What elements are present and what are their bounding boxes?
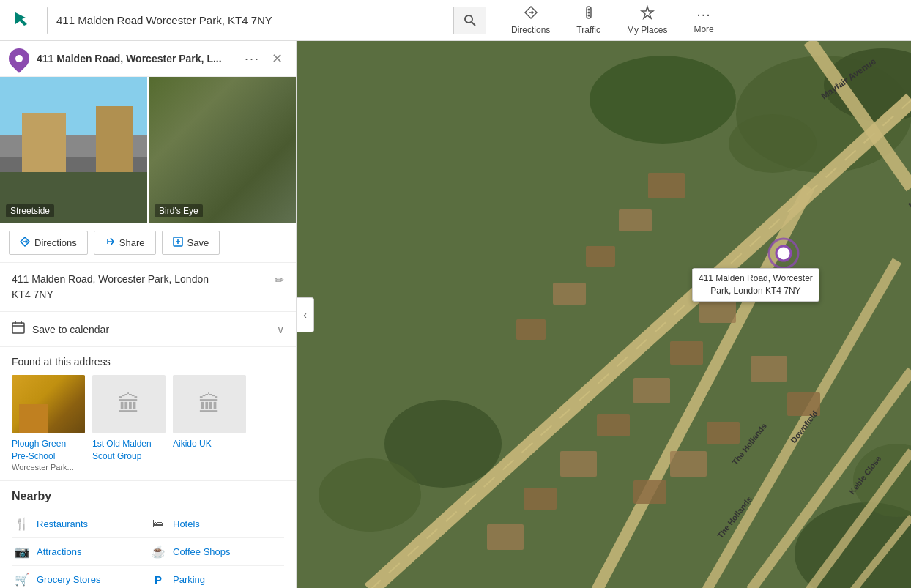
svg-marker-6 xyxy=(642,7,653,18)
found-item-1st-old-malden[interactable]: 🏛 1st Old Malden Scout Group xyxy=(92,375,166,472)
nav-more-label: More xyxy=(694,24,713,34)
svg-rect-33 xyxy=(633,378,670,403)
map-satellite: Malden Road The Hollands Downfield Keble… xyxy=(297,41,911,588)
nav-directions-label: Directions xyxy=(511,25,550,35)
nearby-attractions[interactable]: 📷 Attractions xyxy=(12,538,148,566)
svg-rect-37 xyxy=(560,451,597,477)
address-text: 411 Malden Road, Worcester Park, London … xyxy=(12,272,209,302)
calendar-text: Save to calendar xyxy=(32,324,277,335)
share-button[interactable]: Share xyxy=(94,231,156,255)
share-btn-label: Share xyxy=(119,237,145,248)
building-icon: 🏛 xyxy=(118,392,140,417)
location-pin-icon xyxy=(4,44,34,73)
svg-rect-8 xyxy=(12,323,24,333)
found-item-plough-green-sub: Worcester Park... xyxy=(12,463,85,472)
svg-rect-40 xyxy=(633,480,666,504)
found-item-plough-green[interactable]: Plough Green Pre-School Worcester Park..… xyxy=(12,375,85,472)
nav-traffic-label: Traffic xyxy=(576,25,600,35)
calendar-section[interactable]: Save to calendar ∨ xyxy=(0,312,296,347)
nearby-coffee-shops[interactable]: ☕ Coffee Shops xyxy=(148,538,284,566)
streetside-preview xyxy=(0,77,147,223)
svg-point-15 xyxy=(319,458,421,532)
found-item-plough-green-img xyxy=(12,375,85,433)
edit-icon[interactable]: ✏ xyxy=(275,273,284,287)
address-section: 411 Malden Road, Worcester Park, London … xyxy=(0,263,296,312)
svg-rect-28 xyxy=(586,246,615,267)
found-item-1st-old-malden-img: 🏛 xyxy=(92,375,166,433)
nearby-grocery-label: Grocery Stores xyxy=(37,574,100,585)
nearby-restaurants-label: Restaurants xyxy=(37,518,88,529)
traffic-icon xyxy=(581,5,596,23)
birdseye-image[interactable]: Bird's Eye xyxy=(147,77,296,223)
sidebar-collapse-button[interactable]: ‹ xyxy=(297,297,314,332)
svg-point-44 xyxy=(776,246,791,261)
found-item-aikido-uk-img: 🏛 xyxy=(173,375,246,433)
found-item-plough-green-name: Plough Green Pre-School xyxy=(12,438,85,463)
location-header: 411 Malden Road, Worcester Park, L... ··… xyxy=(0,41,296,77)
header: Directions Traffic My Places xyxy=(0,0,911,41)
directions-icon xyxy=(524,5,538,23)
nearby-grid: 🍴 Restaurants 🛏 Hotels 📷 Attractions ☕ C… xyxy=(12,510,284,588)
directions-btn-label: Directions xyxy=(34,237,77,248)
parking-icon: P xyxy=(151,573,166,586)
myplaces-icon xyxy=(640,5,655,23)
calendar-chevron-icon: ∨ xyxy=(277,324,284,335)
found-at-title: Found at this address xyxy=(12,356,284,368)
search-input[interactable] xyxy=(48,7,453,34)
svg-point-3 xyxy=(587,9,590,11)
found-item-aikido-uk-name: Aikido UK xyxy=(173,438,246,450)
calendar-icon xyxy=(12,321,25,338)
svg-rect-42 xyxy=(707,422,740,444)
nav-more[interactable]: ··· More xyxy=(680,0,726,41)
main: 411 Malden Road, Worcester Park, L... ··… xyxy=(0,41,911,588)
map-svg: Malden Road The Hollands Downfield Keble… xyxy=(297,41,911,588)
svg-point-4 xyxy=(587,12,590,14)
directions-button[interactable]: Directions xyxy=(9,231,88,255)
save-btn-label: Save xyxy=(187,237,209,248)
found-items: Plough Green Pre-School Worcester Park..… xyxy=(12,375,284,472)
save-btn-icon xyxy=(173,237,183,249)
svg-rect-29 xyxy=(553,283,586,305)
nearby-parking-label: Parking xyxy=(173,574,205,585)
svg-rect-30 xyxy=(516,319,546,340)
streetside-label: Streetside xyxy=(6,204,54,217)
nav-directions[interactable]: Directions xyxy=(498,0,563,41)
location-close-button[interactable]: ✕ xyxy=(267,49,287,68)
location-title: 411 Malden Road, Worcester Park, L... xyxy=(37,53,240,64)
nearby-hotels[interactable]: 🛏 Hotels xyxy=(148,510,284,538)
svg-point-12 xyxy=(729,114,817,173)
sidebar: 411 Malden Road, Worcester Park, L... ··… xyxy=(0,41,297,588)
location-more-button[interactable]: ··· xyxy=(240,50,264,68)
svg-rect-27 xyxy=(619,209,652,231)
save-button[interactable]: Save xyxy=(162,231,220,255)
svg-rect-35 xyxy=(751,356,787,382)
nearby-section: Nearby 🍴 Restaurants 🛏 Hotels 📷 Attracti… xyxy=(0,481,296,588)
svg-rect-34 xyxy=(597,414,630,436)
birdseye-preview xyxy=(149,77,296,223)
bing-logo xyxy=(0,10,41,31)
map-label-line1: 411 Malden Road, Worcester xyxy=(699,272,813,285)
nearby-parking[interactable]: P Parking xyxy=(148,566,284,588)
search-bar xyxy=(47,7,486,34)
nearby-grocery-stores[interactable]: 🛒 Grocery Stores xyxy=(12,566,148,588)
found-at-section: Found at this address Plough Green Pre-S… xyxy=(0,347,296,481)
svg-rect-32 xyxy=(670,341,703,365)
nav-myplaces[interactable]: My Places xyxy=(614,0,680,41)
search-button[interactable] xyxy=(453,7,486,34)
hotels-icon: 🛏 xyxy=(151,517,166,530)
map-label-line2: Park, London KT4 7NY xyxy=(699,285,813,297)
nav-traffic[interactable]: Traffic xyxy=(563,0,614,41)
svg-rect-26 xyxy=(648,173,685,198)
map-label-box: 411 Malden Road, Worcester Park, London … xyxy=(692,268,819,302)
map-area[interactable]: Malden Road The Hollands Downfield Keble… xyxy=(297,41,911,588)
svg-rect-39 xyxy=(487,524,524,550)
svg-line-1 xyxy=(472,22,475,26)
found-item-1st-old-malden-name: 1st Old Malden Scout Group xyxy=(92,438,166,463)
streetside-image[interactable]: Streetside xyxy=(0,77,147,223)
nearby-restaurants[interactable]: 🍴 Restaurants xyxy=(12,510,148,538)
directions-btn-icon xyxy=(20,237,30,249)
birdseye-label: Bird's Eye xyxy=(155,204,203,217)
found-item-aikido-uk[interactable]: 🏛 Aikido UK xyxy=(173,375,246,472)
grocery-stores-icon: 🛒 xyxy=(15,573,29,587)
nearby-hotels-label: Hotels xyxy=(173,518,200,529)
